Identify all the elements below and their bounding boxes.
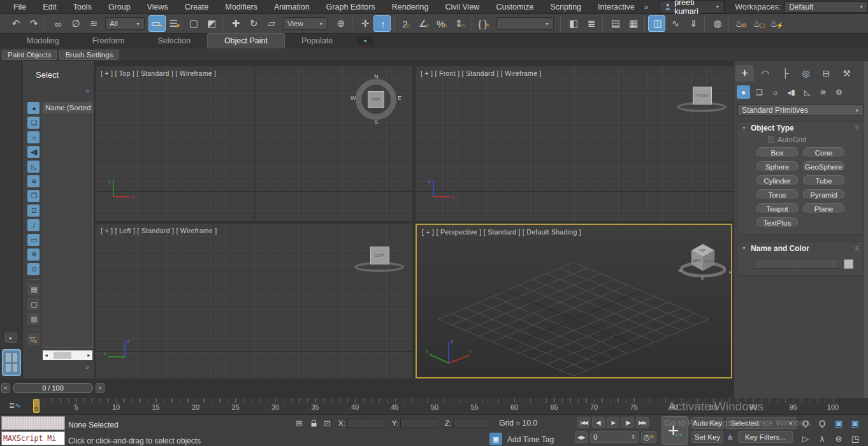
menu-item[interactable]: File [5, 3, 34, 11]
toggle-ribbon-icon[interactable]: ◫ [648, 15, 665, 32]
filter-icon[interactable]: ▽⚙ [27, 333, 40, 345]
display-materials-icon[interactable]: ▭ [27, 234, 40, 246]
menu-item[interactable]: Tools [65, 3, 100, 11]
viewport-left[interactable]: [ + ] [ Left ] [ Standard ] [ Wireframe … [96, 224, 412, 378]
panel-scrollbar[interactable] [864, 61, 868, 398]
render-production-icon[interactable]: ♨⚡ [768, 15, 785, 32]
selection-region-icon[interactable]: ⊞ [296, 419, 303, 428]
time-configuration-icon[interactable]: ◷⚙ [641, 431, 656, 443]
object-type-rollout-header[interactable]: ▼ Object Type ⠿ [737, 122, 864, 134]
column-header-name[interactable]: Name (Sorted A [43, 103, 92, 115]
maxscript-mini-listener[interactable]: MAXScript Mi [1, 431, 65, 445]
viewcube-top[interactable]: TOP N W E S [352, 75, 400, 124]
object-type-button[interactable]: Plane [803, 203, 844, 214]
object-color-swatch[interactable] [844, 259, 853, 269]
display-spacewarps-icon[interactable]: ≋ [27, 175, 40, 187]
selection-lock-icon[interactable] [310, 419, 317, 428]
autogrid-checkbox[interactable] [768, 136, 774, 143]
mini-curve-editor-icon[interactable]: ≣∿ [9, 401, 20, 410]
set-keys-button[interactable]: +⊶ [662, 416, 688, 445]
schematic-view-icon[interactable]: ⇓ [684, 15, 701, 32]
set-key-button[interactable]: Set Key [691, 431, 723, 443]
selection-set-select[interactable]: Selected▼ [726, 417, 797, 429]
workspace-select[interactable]: Default ▼ [785, 1, 868, 13]
scroll-right-icon[interactable]: ► [87, 353, 91, 357]
zoom-all-icon[interactable]: Ϙ [814, 416, 830, 430]
primitive-category-select[interactable]: Standard Primitives▼ [737, 104, 864, 116]
viewcube-perspective[interactable]: TOP LEFT FRONT W S E [677, 239, 732, 281]
snap-toggle-2d-icon[interactable]: 2∩ [398, 15, 415, 32]
window-crossing-icon[interactable]: ◩ [202, 15, 219, 32]
object-type-button[interactable]: Box [756, 147, 798, 158]
select-and-link-icon[interactable]: ∞ [48, 15, 66, 32]
macro-recorder-field[interactable] [1, 416, 65, 430]
use-pivot-point-icon[interactable]: ⊕ [331, 15, 349, 32]
menu-item[interactable]: Group [100, 3, 139, 11]
display-geometry-icon[interactable]: ● [27, 102, 40, 114]
isolate-selection-icon[interactable]: ▣ [489, 433, 502, 445]
zoom-extents-icon[interactable]: ▣ [831, 416, 846, 430]
tab-motion[interactable]: ◎ [797, 65, 815, 82]
time-slider-handle[interactable]: 0 [33, 399, 40, 413]
viewport-left-label[interactable]: [ + ] [ Left ] [ Standard ] [ Wireframe … [101, 227, 217, 234]
viewcube-front[interactable]: FRONT [676, 85, 729, 116]
current-frame-field[interactable]: 0⇕ [590, 431, 639, 443]
explorer-more-bottom-icon[interactable]: » [85, 363, 89, 371]
curve-editor-icon[interactable]: ∿ [666, 15, 683, 32]
category-geometry-icon[interactable]: ● [737, 85, 750, 99]
object-name-field[interactable] [754, 259, 839, 269]
toggle-layer-explorer-icon[interactable]: ▦ [624, 15, 641, 32]
menu-item[interactable]: Graph Editors [318, 3, 384, 11]
rendered-frame-window-icon[interactable]: ♨▢ [750, 15, 767, 32]
mirror-icon[interactable]: ◧ [564, 15, 581, 32]
viewport-front[interactable]: [ + ] [ Front ] [ Standard ] [ Wireframe… [416, 66, 734, 221]
tab-hierarchy[interactable]: ├ [776, 65, 795, 82]
category-spacewarps-icon[interactable]: ≋ [816, 85, 830, 99]
walk-through-icon[interactable]: λ [814, 431, 830, 445]
scroll-left-icon[interactable]: ◄ [44, 353, 48, 357]
object-type-button[interactable]: Torus [756, 189, 798, 200]
menu-overflow-icon[interactable]: » [644, 3, 649, 11]
panel-tab-paint-objects[interactable]: Paint Objects [2, 50, 57, 60]
sync-selection-icon[interactable]: ▢ [27, 298, 40, 310]
object-type-button[interactable]: Tube [803, 175, 844, 186]
add-time-tag[interactable]: Add Time Tag [507, 435, 554, 444]
ribbon-options-dropdown[interactable]: ▼ [357, 37, 373, 45]
viewcube-left[interactable]: LEFT [353, 245, 407, 276]
category-cameras-icon[interactable]: ◂▮ [785, 85, 798, 99]
lock-cell-editing-icon[interactable]: ▤ [27, 284, 40, 296]
key-filters-button[interactable]: Key Filters... [738, 431, 793, 443]
select-object-icon[interactable]: ▭➤ [148, 15, 166, 32]
undo-icon[interactable]: ↶ [6, 15, 24, 32]
select-and-manipulate-icon[interactable]: ✛ [356, 15, 373, 32]
align-icon[interactable]: ≣ [582, 15, 599, 32]
absolute-mode-toggle-icon[interactable]: ⊡ [324, 419, 331, 428]
field-of-view-icon[interactable]: ▷ [798, 431, 813, 445]
menu-item[interactable]: Interactive [590, 3, 643, 11]
next-frame-arrow[interactable]: > [96, 383, 105, 393]
category-helpers-icon[interactable]: ◺ [800, 85, 814, 99]
display-bones-icon[interactable]: / [27, 219, 40, 231]
viewport-top-label[interactable]: [ + ] [ Top ] [ Standard ] [ Wireframe ] [101, 69, 216, 77]
x-coord-field[interactable] [347, 419, 384, 428]
object-type-button[interactable]: Cone [803, 147, 844, 158]
tab-utilities[interactable]: ⚒ [837, 65, 856, 82]
ribbon-tab-object-paint[interactable]: Object Paint [207, 33, 285, 48]
menu-item[interactable]: Scripting [542, 3, 590, 11]
display-groups-icon[interactable]: ❐ [27, 190, 40, 202]
menu-item[interactable]: Create [177, 3, 217, 11]
zoom-icon[interactable]: Ϙ [798, 416, 813, 430]
menu-item[interactable]: Edit [34, 3, 65, 11]
ribbon-tab-modeling[interactable]: Modeling [10, 34, 76, 48]
redo-icon[interactable]: ↷ [24, 15, 41, 32]
object-type-button[interactable]: Teapot [756, 203, 798, 214]
unlink-selection-icon[interactable]: ∅ [66, 15, 83, 32]
keyboard-shortcut-override-icon[interactable]: ↑ [373, 15, 391, 32]
rectangular-selection-region-icon[interactable]: ▢ [184, 15, 201, 32]
user-account-button[interactable]: preeti kumari ▼ [660, 1, 725, 13]
explorer-more-icon[interactable]: » [85, 87, 89, 94]
tab-display[interactable]: ⊟ [817, 65, 835, 82]
previous-frame-arrow[interactable]: < [1, 383, 10, 393]
named-selection-select[interactable]: ▼ [496, 17, 554, 30]
maximize-viewport-toggle-icon[interactable]: ◳ [848, 431, 863, 445]
